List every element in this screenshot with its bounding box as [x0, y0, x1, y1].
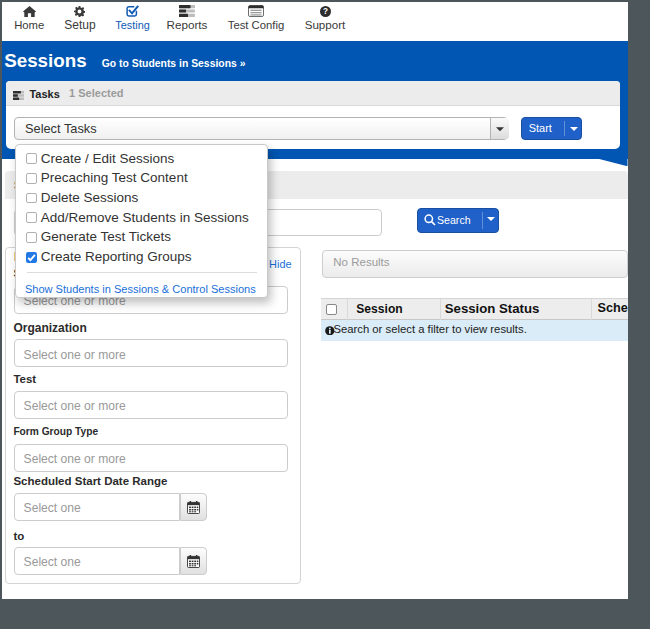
- svg-text:?: ?: [322, 7, 327, 16]
